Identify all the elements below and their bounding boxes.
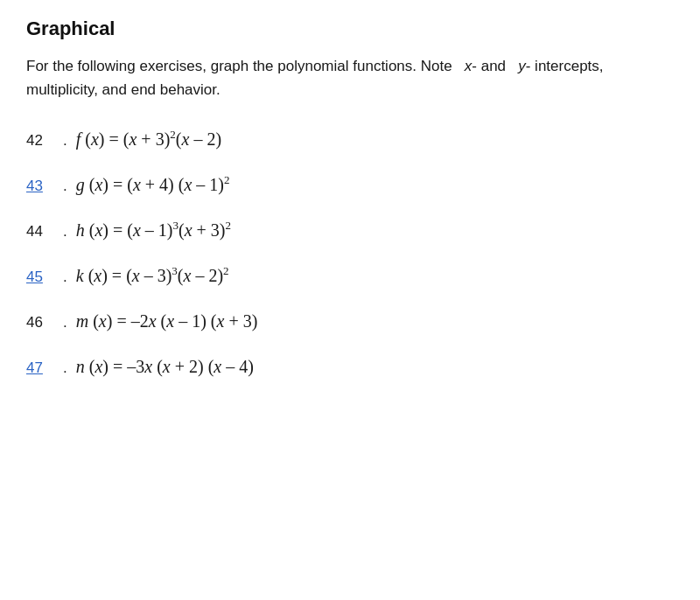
section-title: Graphical [26, 17, 674, 40]
exercise-number-42: 42 [26, 129, 63, 152]
exercise-number-45[interactable]: 45 [26, 266, 63, 289]
exercise-formula-47: n (x) = –3x (x + 2) (x – 4) [76, 353, 254, 380]
exercise-formula-42: f (x) = (x + 3)2(x – 2) [76, 126, 221, 152]
exercise-item-45: 45 . k (x) = (x – 3)3(x – 2)2 [26, 262, 674, 289]
dot-44: . [63, 220, 67, 243]
exercise-item-43: 43 . g (x) = (x + 4) (x – 1)2 [26, 171, 674, 198]
exercise-item-47: 47 . n (x) = –3x (x + 2) (x – 4) [26, 353, 674, 380]
exercise-formula-45: k (x) = (x – 3)3(x – 2)2 [76, 262, 229, 289]
exercise-number-46: 46 [26, 311, 63, 334]
dot-42: . [63, 129, 67, 152]
exercise-item-42: 42 . f (x) = (x + 3)2(x – 2) [26, 126, 674, 152]
exercise-number-47[interactable]: 47 [26, 357, 63, 380]
intro-paragraph: For the following exercises, graph the p… [26, 54, 674, 101]
dot-46: . [63, 311, 67, 334]
exercise-item-46: 46 . m (x) = –2x (x – 1) (x + 3) [26, 308, 674, 334]
exercise-item-44: 44 . h (x) = (x – 1)3(x + 3)2 [26, 217, 674, 243]
dot-47: . [63, 357, 67, 380]
exercise-formula-46: m (x) = –2x (x – 1) (x + 3) [76, 308, 258, 334]
exercise-number-43[interactable]: 43 [26, 175, 63, 198]
exercise-formula-43: g (x) = (x + 4) (x – 1)2 [76, 171, 230, 198]
dot-45: . [63, 266, 67, 289]
dot-43: . [63, 175, 67, 198]
exercise-formula-44: h (x) = (x – 1)3(x + 3)2 [76, 217, 231, 243]
exercise-list: 42 . f (x) = (x + 3)2(x – 2) 43 . g (x) … [26, 126, 674, 380]
exercise-number-44: 44 [26, 220, 63, 243]
